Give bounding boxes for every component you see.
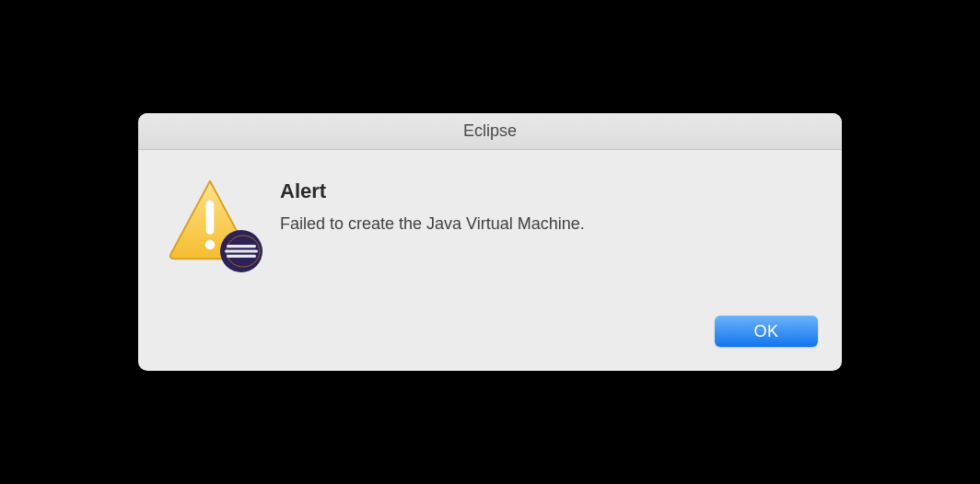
alert-message: Failed to create the Java Virtual Machin… [280,214,814,234]
dialog-content: Alert Failed to create the Java Virtual … [280,176,814,234]
dialog-titlebar: Eclipse [138,113,842,150]
alert-heading: Alert [280,179,814,203]
eclipse-icon [219,229,263,273]
svg-rect-4 [225,249,258,252]
svg-rect-3 [227,245,256,248]
ok-button[interactable]: OK [715,316,818,347]
dialog-body: Alert Failed to create the Java Virtual … [138,150,842,288]
alert-dialog: Eclipse [138,113,842,371]
svg-rect-5 [227,255,256,258]
dialog-button-row: OK [138,316,842,371]
svg-point-0 [205,240,216,250]
dialog-title: Eclipse [463,121,517,141]
dialog-icon-group [166,176,254,264]
